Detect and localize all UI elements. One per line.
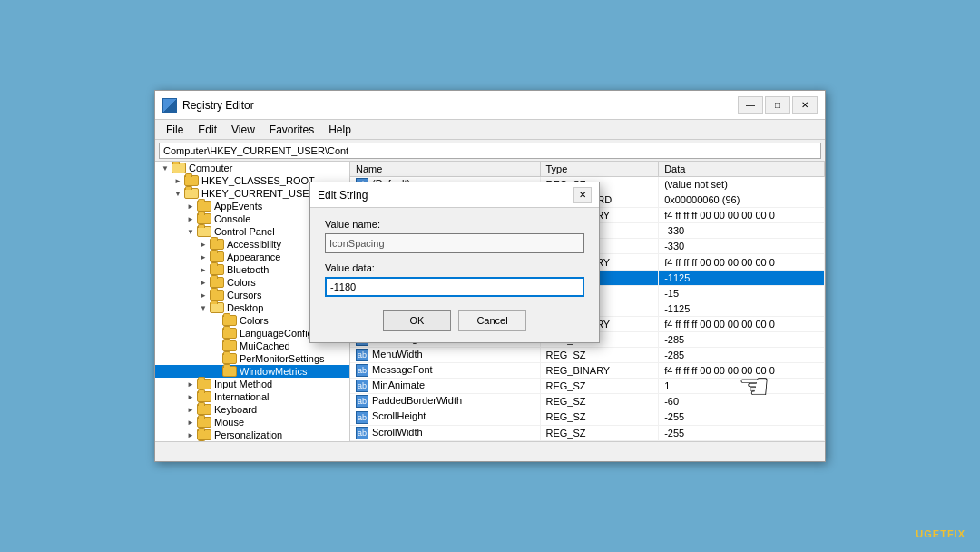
dialog-overlay: Edit String ✕ Value name: Value data: OK… [155, 91, 825, 461]
cancel-button[interactable]: Cancel [458, 310, 526, 331]
watermark: UGETFIX [916, 528, 965, 539]
dialog-title: Edit String [318, 189, 573, 202]
value-name-label: Value name: [325, 219, 584, 230]
value-data-input[interactable] [325, 277, 584, 297]
dialog-close-button[interactable]: ✕ [573, 187, 592, 203]
ok-button[interactable]: OK [383, 310, 451, 331]
registry-editor-window: Registry Editor — □ ✕ File Edit View Fav… [154, 90, 826, 462]
value-data-label: Value data: [325, 262, 584, 273]
edit-string-dialog: Edit String ✕ Value name: Value data: OK… [309, 182, 600, 343]
dialog-buttons: OK Cancel [325, 310, 584, 331]
dialog-body: Value name: Value data: OK Cancel [310, 208, 599, 342]
value-name-input[interactable] [325, 233, 584, 253]
watermark-text: UGETFIX [916, 528, 965, 539]
dialog-title-bar: Edit String ✕ [310, 182, 599, 208]
